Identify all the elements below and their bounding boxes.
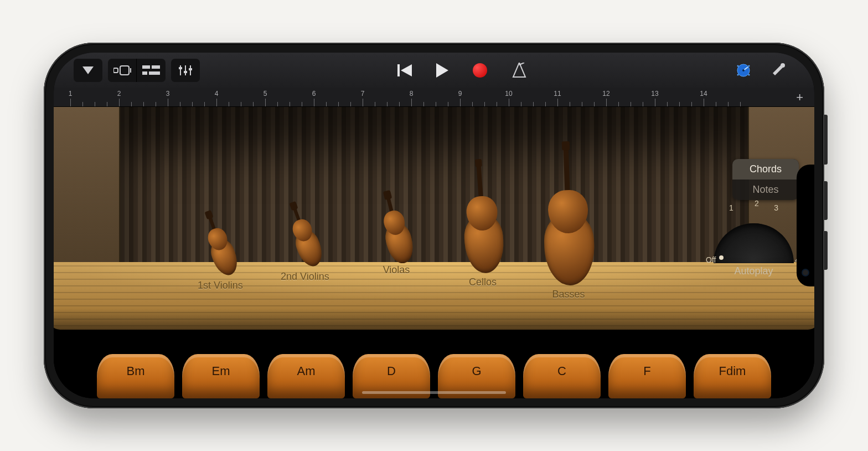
chord-label: Am — [297, 364, 316, 378]
instrument-cellos[interactable]: Cellos — [458, 173, 508, 288]
phone-side-button — [824, 115, 828, 165]
svg-rect-6 — [142, 71, 147, 75]
svg-rect-2 — [120, 66, 129, 75]
toolbar — [54, 53, 814, 88]
chord-row: Bm Em Am D G C F Fdim — [54, 330, 814, 398]
stage-floor — [54, 262, 814, 330]
browser-menu-button[interactable] — [74, 59, 102, 82]
ruler-bar-label: 13 — [651, 90, 658, 98]
dial-label-3: 3 — [774, 203, 778, 212]
home-indicator[interactable] — [362, 391, 506, 394]
phone-volume-up — [824, 181, 828, 220]
notch — [797, 165, 814, 286]
bass-icon — [536, 162, 601, 286]
ruler-bar-label: 12 — [602, 90, 609, 98]
svg-rect-14 — [397, 64, 400, 76]
screen: 1234567891011121314 + 1st Violins 2nd Vi… — [54, 53, 814, 398]
chord-label: G — [472, 364, 481, 378]
svg-rect-9 — [179, 67, 182, 69]
svg-rect-1 — [113, 68, 118, 73]
regions-view-button[interactable] — [137, 59, 166, 82]
rewind-button[interactable] — [390, 59, 419, 82]
svg-rect-11 — [184, 71, 187, 73]
chord-label: Fdim — [719, 364, 746, 378]
svg-point-22 — [737, 65, 739, 67]
chord-button[interactable]: Em — [182, 354, 260, 398]
instrument-1st-violins[interactable]: 1st Violins — [198, 216, 243, 291]
instrument-2nd-violins[interactable]: 2nd Violins — [281, 207, 329, 283]
ruler-bar-label: 3 — [166, 90, 170, 98]
add-section-button[interactable]: + — [796, 91, 803, 104]
cello-icon — [454, 172, 511, 275]
svg-rect-13 — [189, 68, 192, 70]
tracks-view-button[interactable] — [108, 59, 137, 82]
chord-button[interactable]: Fdim — [694, 354, 771, 398]
instrument-basses[interactable]: Basses — [538, 163, 599, 300]
chord-button[interactable]: C — [523, 354, 601, 398]
mode-toggle: Chords Notes — [732, 159, 799, 200]
dial-label-1: 1 — [729, 203, 733, 212]
mode-notes[interactable]: Notes — [732, 180, 799, 200]
ruler-bar-label: 1 — [69, 90, 73, 98]
mode-chords[interactable]: Chords — [732, 159, 799, 180]
svg-point-23 — [748, 65, 750, 67]
violin-icon — [280, 203, 330, 271]
svg-rect-3 — [130, 68, 131, 73]
chord-button[interactable]: F — [608, 354, 686, 398]
chord-label: D — [387, 364, 396, 378]
svg-rect-7 — [149, 71, 160, 75]
ruler-bar-label: 5 — [264, 90, 267, 98]
dial-labels: Off 1 2 3 4 — [714, 211, 794, 263]
track-controls-button[interactable] — [729, 59, 758, 82]
record-icon — [473, 63, 487, 78]
svg-point-26 — [781, 63, 785, 68]
chord-label: Em — [212, 364, 230, 378]
ruler-bar-label: 7 — [361, 90, 365, 98]
chord-button[interactable]: Am — [267, 354, 345, 398]
violin-icon — [195, 212, 246, 280]
instrument-violas[interactable]: Violas — [380, 200, 412, 276]
ruler-bar-label: 9 — [458, 90, 462, 98]
autoplay-control[interactable]: Off 1 2 3 4 Autoplay — [705, 223, 802, 277]
svg-rect-4 — [142, 65, 150, 69]
metronome-button[interactable] — [500, 59, 539, 82]
stage-wall-left — [54, 107, 120, 272]
timeline-ruler[interactable]: 1234567891011121314 + — [54, 88, 814, 107]
chord-label: Bm — [127, 364, 145, 378]
play-button[interactable] — [425, 59, 460, 82]
ruler-bar-label: 4 — [215, 90, 219, 98]
view-toggle-group — [108, 59, 166, 82]
ruler-bar-label: 10 — [505, 90, 512, 98]
chord-label: F — [643, 364, 650, 378]
ruler-bar-label: 14 — [700, 90, 707, 98]
chord-button[interactable]: Bm — [97, 354, 174, 398]
mixer-button[interactable] — [171, 59, 200, 82]
instrument-label: 1st Violins — [198, 280, 243, 291]
instrument-label: Basses — [538, 289, 599, 300]
settings-button[interactable] — [763, 59, 792, 82]
phone-frame: 1234567891011121314 + 1st Violins 2nd Vi… — [44, 43, 824, 408]
ruler-bar-label: 11 — [554, 90, 561, 98]
instrument-label: Cellos — [458, 276, 508, 288]
svg-point-24 — [737, 74, 739, 76]
svg-marker-15 — [401, 64, 412, 76]
phone-volume-down — [824, 231, 828, 270]
ruler-bar-label: 2 — [117, 90, 121, 98]
autoplay-label: Autoplay — [705, 265, 802, 277]
svg-marker-0 — [82, 66, 94, 74]
autoplay-dial[interactable]: Off 1 2 3 4 — [714, 223, 794, 263]
svg-rect-5 — [152, 65, 160, 69]
ruler-bar-label: 8 — [410, 90, 414, 98]
svg-marker-16 — [436, 63, 448, 78]
ruler-bar-label: 6 — [312, 90, 316, 98]
svg-point-21 — [742, 69, 745, 71]
instrument-label: 2nd Violins — [281, 271, 329, 283]
stage: 1st Violins 2nd Violins Violas Cellos Ba… — [54, 107, 814, 330]
record-button[interactable] — [466, 59, 494, 82]
dial-label-off: Off — [706, 255, 716, 264]
instrument-label: Violas — [380, 264, 412, 276]
svg-point-25 — [748, 74, 750, 76]
dial-label-2: 2 — [755, 199, 759, 208]
chord-label: C — [557, 364, 566, 378]
